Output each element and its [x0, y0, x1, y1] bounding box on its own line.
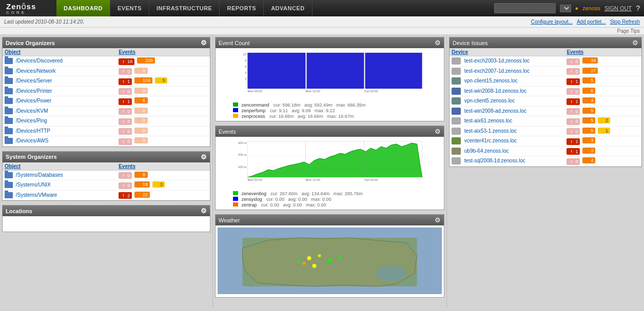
di-link[interactable]: test-aix61.zenoss.loc	[464, 118, 512, 123]
col-object[interactable]: Object	[3, 48, 116, 56]
system-organizers-gear[interactable]: ⚙	[201, 153, 207, 161]
table-row[interactable]: /Devices/Network !0 0	[3, 66, 210, 76]
di-warn-badge: 34	[582, 57, 598, 64]
device-link[interactable]: /Devices/Server	[16, 78, 52, 84]
warn-badge: 6	[134, 97, 148, 103]
nav-dashboard[interactable]: DASHBOARD	[56, 0, 110, 16]
svg-marker-9	[136, 138, 142, 143]
event-count-gear[interactable]: ⚙	[435, 39, 441, 47]
di-col-events[interactable]: Events	[564, 48, 641, 56]
svg-text:300 m: 300 m	[238, 141, 247, 144]
left-panel: Device Organizers ⚙ Object Events /Devic…	[0, 35, 213, 308]
di-crit-badge: !0	[567, 88, 580, 95]
svg-point-50	[328, 259, 332, 263]
sys-col-events[interactable]: Events	[116, 162, 210, 171]
table-row[interactable]: /Systems/UNIX !0 18 3	[3, 180, 210, 191]
list-item[interactable]: vpn-client5.zenoss.loc !1 4	[450, 96, 641, 107]
events-legend: zeneventlog cur: 267.60m avg: 134.64m ma…	[218, 191, 442, 208]
device-link[interactable]: /Devices/Network	[16, 68, 56, 74]
nav-events[interactable]: EVENTS	[110, 0, 149, 16]
nav-reports[interactable]: REPORTS	[220, 0, 264, 16]
list-item[interactable]: test-win2008-1d.zenoss.loc !0 6	[450, 86, 641, 96]
sys-col-object[interactable]: Object	[3, 162, 116, 171]
device-link[interactable]: /Devices/Printer	[16, 88, 52, 94]
table-row[interactable]: /Devices/Printer !0 0	[3, 86, 210, 96]
di-name-cell: vpn-client15.zenoss.loc	[450, 76, 564, 87]
event-count-legend: zencommand cur: 596.18m avg: 592.49m max…	[218, 102, 442, 119]
configure-layout-link[interactable]: Configure layout...	[531, 19, 573, 25]
nav-infrastructure[interactable]: INFRASTRUCTURE	[149, 0, 220, 16]
svg-point-48	[307, 256, 311, 260]
system-organizers-table: Object Events /Systems/Databases !0 8 /S…	[3, 162, 210, 201]
weather-map	[218, 227, 442, 294]
main-content: Device Organizers ⚙ Object Events /Devic…	[0, 35, 644, 308]
table-row[interactable]: /Devices/HTTP !0 0	[3, 126, 210, 136]
sys-link[interactable]: /Systems/UNIX	[16, 182, 51, 188]
zenperfsmp-color	[233, 108, 238, 112]
add-portlet-link[interactable]: Add portlet...	[577, 19, 606, 25]
crit-badge: !1	[119, 98, 132, 105]
device-link[interactable]: /Devices/AWS	[16, 138, 49, 143]
di-link[interactable]: test-win2008-1d.zenoss.loc	[464, 88, 526, 93]
list-item[interactable]: test-aix61.zenoss.loc !0 5 2	[450, 116, 641, 127]
events-header: Events ⚙	[216, 126, 444, 137]
di-events-cell: !0 6	[564, 86, 641, 96]
table-row[interactable]: /Devices/AWS !0 0	[3, 136, 210, 147]
device-link[interactable]: /Devices/Ping	[16, 118, 47, 123]
di-col-device[interactable]: Device	[450, 48, 564, 56]
table-row[interactable]: /Devices/Ping !0 0	[3, 116, 210, 127]
di-link[interactable]: ub9b-64.zenoss.loc	[464, 148, 509, 153]
crit-badge: !0	[119, 138, 132, 145]
device-issues-gear[interactable]: ⚙	[632, 39, 638, 47]
device-type-icon	[452, 148, 461, 155]
di-link[interactable]: test-aix53-1.zenoss.loc	[464, 128, 517, 133]
list-item[interactable]: test-exch2003-1d.zenoss.loc !0 34	[450, 56, 641, 67]
nav-advanced[interactable]: ADVANCED	[264, 0, 313, 16]
table-row[interactable]: /Devices/Server !1 104 5	[3, 76, 210, 87]
search-input[interactable]	[494, 3, 556, 13]
col-events[interactable]: Events	[116, 48, 210, 56]
signout-button[interactable]: SIGN OUT	[604, 5, 632, 11]
sys-link[interactable]: /Systems/Databases	[16, 172, 63, 178]
di-link[interactable]: vpn-client5.zenoss.loc	[464, 98, 515, 103]
table-row[interactable]: /Devices/Discovered !16 226	[3, 56, 210, 67]
di-link[interactable]: test-win2008-ad.zenoss.loc	[464, 108, 526, 113]
table-row[interactable]: /Systems/VMware !2 22	[3, 190, 210, 200]
device-link[interactable]: /Devices/Discovered	[16, 58, 63, 64]
device-name-cell: /Devices/Printer	[3, 86, 116, 96]
device-organizers-gear[interactable]: ⚙	[201, 39, 207, 47]
table-row[interactable]: /Systems/Databases !0 8	[3, 170, 210, 180]
di-link[interactable]: vpn-client15.zenoss.loc	[464, 78, 518, 84]
table-row[interactable]: /Devices/Power !1 6	[3, 96, 210, 107]
sys-link[interactable]: /Systems/VMware	[16, 192, 57, 198]
table-row[interactable]: /Devices/KVM !0 0	[3, 106, 210, 116]
list-item[interactable]: test-exch2007-1d.zenoss.loc !0 27	[450, 66, 641, 76]
list-item[interactable]: test-aix53-1.zenoss.loc !0 5 1	[450, 126, 641, 136]
list-item[interactable]: vcenter41rc.zenoss.loc !1 3	[450, 136, 641, 147]
svg-text:Tue 00:00: Tue 00:00	[364, 90, 378, 93]
device-link[interactable]: /Devices/HTTP	[16, 128, 50, 134]
list-item[interactable]: test-sql2008-1d.zenoss.loc !0 4	[450, 156, 641, 167]
stop-refresh-link[interactable]: Stop Refresh	[610, 19, 640, 25]
di-link[interactable]: test-exch2003-1d.zenoss.loc	[464, 58, 530, 64]
event-count-chart: 10 8 6 4 2	[218, 50, 442, 101]
locations-gear[interactable]: ⚙	[201, 207, 207, 215]
di-link[interactable]: test-sql2008-1d.zenoss.loc	[464, 158, 525, 163]
list-item[interactable]: test-win2008-ad.zenoss.loc !0 5	[450, 106, 641, 116]
svg-text:Mon 00:00: Mon 00:00	[248, 90, 263, 93]
di-link[interactable]: vcenter41rc.zenoss.loc	[464, 138, 517, 143]
list-item[interactable]: vpn-client15.zenoss.loc !1 5	[450, 76, 641, 87]
crit-badge: !1	[119, 78, 132, 85]
device-link[interactable]: /Devices/Power	[16, 98, 51, 103]
di-crit-badge: !1	[567, 138, 580, 145]
zentrap-color	[233, 202, 238, 206]
event-count-body: 10 8 6 4 2	[216, 48, 444, 121]
device-organizers-header: Device Organizers ⚙	[3, 37, 210, 48]
search-select[interactable]	[560, 5, 571, 12]
di-link[interactable]: test-exch2007-1d.zenoss.loc	[464, 68, 530, 73]
device-link[interactable]: /Devices/KVM	[16, 108, 48, 114]
help-icon[interactable]: ?	[636, 4, 640, 12]
list-item[interactable]: ub9b-64.zenoss.loc !1 3	[450, 146, 641, 156]
weather-gear[interactable]: ⚙	[435, 216, 441, 224]
events-gear[interactable]: ⚙	[435, 128, 441, 135]
